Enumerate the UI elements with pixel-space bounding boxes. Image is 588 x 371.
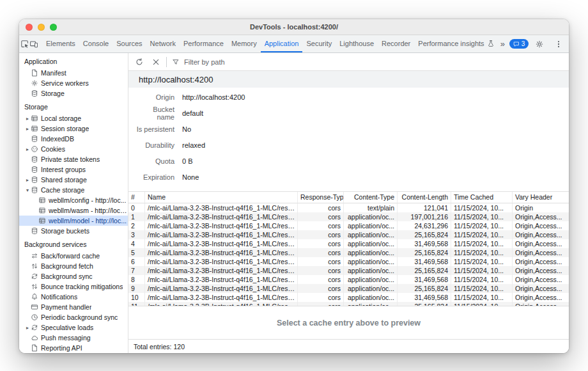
tab-sources[interactable]: Sources <box>112 35 146 52</box>
sidebar-item-label: Interest groups <box>41 166 86 173</box>
table-row[interactable]: 5/mlc-ai/Llama-3.2-3B-Instruct-q4f16_1-M… <box>128 248 569 257</box>
table-row[interactable]: 3/mlc-ai/Llama-3.2-3B-Instruct-q4f16_1-M… <box>128 230 569 239</box>
sidebar-item-storage-buckets[interactable]: Storage buckets <box>19 226 128 236</box>
filter-by-path-input[interactable] <box>183 58 288 67</box>
cell-vary: Origin,Access... <box>513 284 569 293</box>
sidebar-item-periodic-background-sync[interactable]: Periodic background sync <box>19 312 128 322</box>
sidebar-section-background-services: Background servicesBack/forward cacheBac… <box>19 236 128 353</box>
sidebar-item-background-fetch[interactable]: Background fetch <box>19 261 128 271</box>
cell-content_length: 31,469,568 <box>398 293 451 302</box>
chevron-right-icon[interactable]: ▸ <box>24 177 31 183</box>
refresh-button[interactable] <box>131 54 148 70</box>
table-row[interactable]: 7/mlc-ai/Llama-3.2-3B-Instruct-q4f16_1-M… <box>128 266 569 275</box>
column-header-time-cached[interactable]: Time Cached <box>451 192 513 203</box>
cache-metadata: Originhttp://localhost:4200Bucket namede… <box>128 88 569 191</box>
sidebar-item-local-storage[interactable]: ▸Local storage <box>19 113 128 123</box>
table-row[interactable]: 4/mlc-ai/Llama-3.2-3B-Instruct-q4f16_1-M… <box>128 239 569 248</box>
column-header-name[interactable]: Name <box>145 192 298 203</box>
tab-memory[interactable]: Memory <box>228 35 261 52</box>
delete-selected-button[interactable] <box>148 54 164 70</box>
cache-toolbar <box>128 53 569 71</box>
sidebar-item-interest-groups[interactable]: Interest groups <box>19 164 128 175</box>
cell-vary: Origin,Access... <box>513 275 569 284</box>
settings-button[interactable] <box>531 36 548 52</box>
sidebar-item-session-storage[interactable]: ▸Session storage <box>19 123 128 134</box>
sidebar-item-bounce-tracking-mitigations[interactable]: Bounce tracking mitigations <box>19 281 128 292</box>
meta-value: 0 B <box>182 157 193 165</box>
cell-content_length: 24,631,296 <box>398 221 451 230</box>
tab-label: Sources <box>116 40 142 47</box>
sidebar-item-push-messaging[interactable]: Push messaging <box>19 333 128 343</box>
inspect-element-button[interactable] <box>20 36 29 52</box>
minimize-window-button[interactable] <box>38 24 45 31</box>
window-titlebar[interactable]: DevTools - localhost:4200/ <box>19 19 569 35</box>
table-row[interactable]: 6/mlc-ai/Llama-3.2-3B-Instruct-q4f16_1-M… <box>128 257 569 266</box>
tab-performance-insights[interactable]: Performance insights <box>414 35 498 52</box>
table-row[interactable]: 10/mlc-ai/Llama-3.2-3B-Instruct-q4f16_1-… <box>128 293 569 302</box>
tab-network[interactable]: Network <box>146 35 180 52</box>
chevron-right-icon[interactable]: ▸ <box>24 146 31 152</box>
tab-performance[interactable]: Performance <box>180 35 228 52</box>
messages-button[interactable]: 3 <box>509 39 529 49</box>
sidebar-section-title: Storage <box>19 99 128 113</box>
table-icon <box>38 196 46 204</box>
meta-label: Origin <box>128 93 174 101</box>
table-row[interactable]: 8/mlc-ai/Llama-3.2-3B-Instruct-q4f16_1-M… <box>128 275 569 284</box>
column-header-num[interactable]: # <box>128 192 145 203</box>
column-header-vary-header[interactable]: Vary Header <box>513 192 569 203</box>
main-menu-button[interactable] <box>550 36 567 52</box>
cell-response_type: cors <box>298 257 344 266</box>
sidebar-section-storage: Storage▸Local storage▸Session storageInd… <box>19 99 128 236</box>
tab-application[interactable]: Application <box>261 35 303 52</box>
sidebar-item-label: Background fetch <box>41 262 93 270</box>
cell-content_type: text/plain <box>344 203 398 212</box>
sidebar-item-cookies[interactable]: ▸Cookies <box>19 144 128 154</box>
sidebar-item-speculative-loads[interactable]: ▸Speculative loads <box>19 322 128 333</box>
sidebar-item-background-sync[interactable]: Background sync <box>19 271 128 281</box>
table-row[interactable]: 9/mlc-ai/Llama-3.2-3B-Instruct-q4f16_1-M… <box>128 284 569 293</box>
more-tabs-button[interactable]: » <box>499 39 507 49</box>
cell-name: /mlc-ai/Llama-3.2-3B-Instruct-q4f16_1-ML… <box>145 257 298 266</box>
sidebar-item-label: Storage <box>41 90 65 97</box>
chevron-right-icon[interactable]: ▸ <box>24 116 31 122</box>
cell-content_type: application/oc... <box>344 248 398 257</box>
close-window-button[interactable] <box>26 24 33 31</box>
cell-content_length: 31,469,568 <box>398 239 451 248</box>
chevron-down-icon[interactable]: ▾ <box>24 187 31 193</box>
chevron-right-icon[interactable]: ▸ <box>24 325 31 331</box>
sidebar-item-payment-handler[interactable]: Payment handler <box>19 302 128 312</box>
column-header-content-type[interactable]: Content-Type <box>344 192 398 203</box>
sidebar-item-reporting-api[interactable]: Reporting API <box>19 343 128 353</box>
sidebar-item-manifest[interactable]: Manifest <box>19 68 128 78</box>
sidebar-item-private-state-tokens[interactable]: Private state tokens <box>19 154 128 164</box>
sidebar-item-service-workers[interactable]: Service workers <box>19 78 128 88</box>
tab-security[interactable]: Security <box>302 35 336 52</box>
sidebar-item-notifications[interactable]: Notifications <box>19 292 128 302</box>
sidebar-item-webllm-config-http-loc[interactable]: webllm/config - http://loc... <box>19 195 128 205</box>
table-row[interactable]: 0/mlc-ai/Llama-3.2-3B-Instruct-q4f16_1-M… <box>128 203 569 212</box>
column-header-content-length[interactable]: Content-Length <box>398 192 451 203</box>
sidebar-item-shared-storage[interactable]: ▸Shared storage <box>19 175 128 185</box>
sidebar-item-storage[interactable]: Storage <box>19 88 128 99</box>
sidebar-item-back-forward-cache[interactable]: Back/forward cache <box>19 251 128 261</box>
tab-label: Application <box>265 40 299 47</box>
sidebar-item-cache-storage[interactable]: ▾Cache storage <box>19 185 128 195</box>
tab-elements[interactable]: Elements <box>42 35 79 52</box>
sidebar-item-webllm-model-http-loc[interactable]: webllm/model - http://loc... <box>19 216 128 226</box>
cell-content_length: 197,001,216 <box>398 212 451 221</box>
column-header-response-type[interactable]: Response-Type <box>298 192 344 203</box>
sidebar-item-webllm-wasm-http-loca[interactable]: webllm/wasm - http://loca... <box>19 205 128 216</box>
cell-time_cached: 11/15/2024, 10... <box>451 284 513 293</box>
sidebar-item-indexeddb[interactable]: IndexedDB <box>19 134 128 144</box>
table-row[interactable]: 2/mlc-ai/Llama-3.2-3B-Instruct-q4f16_1-M… <box>128 221 569 230</box>
document-icon <box>31 69 38 77</box>
device-toolbar-button[interactable] <box>29 36 38 52</box>
cell-vary: Origin,Access... <box>513 248 569 257</box>
tab-recorder[interactable]: Recorder <box>378 35 414 52</box>
chevron-right-icon[interactable]: ▸ <box>24 126 31 132</box>
zoom-window-button[interactable] <box>50 24 57 31</box>
table-header-row: #NameResponse-TypeContent-TypeContent-Le… <box>128 192 569 203</box>
table-row[interactable]: 1/mlc-ai/Llama-3.2-3B-Instruct-q4f16_1-M… <box>128 212 569 221</box>
tab-lighthouse[interactable]: Lighthouse <box>336 35 378 52</box>
tab-console[interactable]: Console <box>79 35 112 52</box>
